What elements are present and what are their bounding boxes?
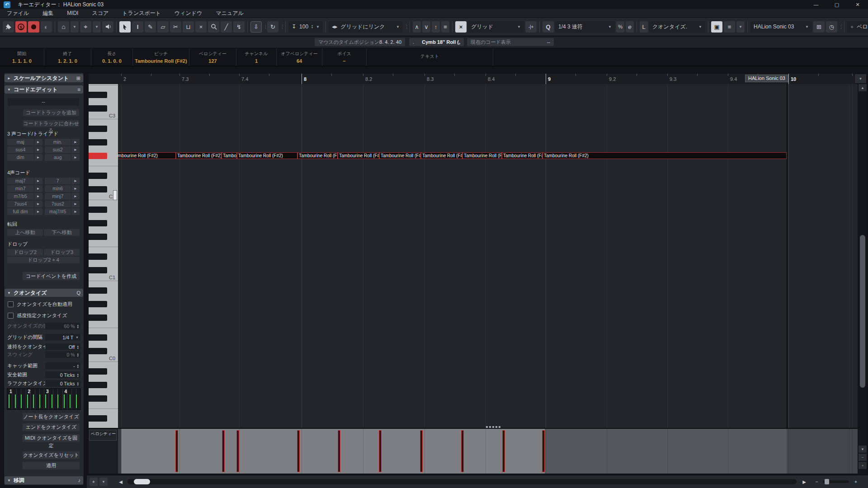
hzoom-slider-thumb[interactable] xyxy=(825,479,829,484)
step-input-icon[interactable]: ⊞ xyxy=(813,21,825,33)
pin-icon[interactable] xyxy=(3,21,14,33)
quantize-row-value[interactable]: 1/4 T▼ xyxy=(45,334,80,341)
close-button[interactable]: ✕ xyxy=(847,0,868,9)
piano-key-D#3[interactable] xyxy=(89,92,107,98)
chord-arrow-icon[interactable]: ► xyxy=(71,139,80,145)
lane-select-dropdown[interactable]: ▼ xyxy=(99,478,108,486)
piano-key-G#-1[interactable] xyxy=(89,382,107,388)
feedback-icon[interactable]: ◐ xyxy=(41,21,52,33)
piano-keyboard[interactable]: C3C2C1C0 xyxy=(89,84,119,428)
velocity-lane[interactable] xyxy=(118,429,858,474)
chord-button-dim[interactable]: dim► xyxy=(7,154,42,161)
grid-link-overflow[interactable]: ⋮ xyxy=(404,24,407,30)
auto-quantize-checkbox[interactable] xyxy=(8,301,14,307)
info-field[interactable]: 長さ0. 1. 0. 0 xyxy=(91,48,133,66)
quantize-preset-dropdown[interactable]: 1/4 3 連符 ▼ xyxy=(555,21,615,33)
midi-note[interactable]: Tambourine Roll (F#2) xyxy=(176,152,222,159)
midi-note[interactable]: Tambourine Roll (F#2) xyxy=(462,152,502,159)
quantize-row-value[interactable]: 0 %▴ ▾ xyxy=(45,351,80,358)
quantize-row-value[interactable]: 0 Ticks▴ ▾ xyxy=(45,371,80,378)
insert-velocity[interactable]: ↧ 100 ▴▾ ▼ xyxy=(288,21,323,33)
chord-button-full dim[interactable]: full dim► xyxy=(7,208,42,215)
piano-key-C#0[interactable] xyxy=(89,348,107,354)
piano-key-G#0[interactable] xyxy=(89,301,107,307)
minimize-button[interactable]: — xyxy=(806,0,826,9)
menu-ファイル[interactable]: ファイル xyxy=(0,9,36,17)
info-field[interactable]: 終了1. 2. 1. 0 xyxy=(44,48,91,66)
scroll-right-button[interactable]: ▶ xyxy=(800,478,808,486)
menu-トランスポート[interactable]: トランスポート xyxy=(115,9,168,17)
midi-note[interactable]: Tambourine Roll (F#2) xyxy=(502,152,542,159)
note-display[interactable]: Tambourine Roll (F#2)Tambourine Roll (F#… xyxy=(118,84,858,428)
move-down-button[interactable]: 下へ移動 xyxy=(44,229,80,236)
part-end-marker[interactable]: HALion Sonic 03 xyxy=(745,75,788,82)
chord-arrow-icon[interactable]: ► xyxy=(34,146,42,153)
chord-arrow-icon[interactable]: ► xyxy=(71,208,80,215)
velocity-bar[interactable] xyxy=(297,430,300,472)
vzoom-out-button[interactable]: − xyxy=(859,454,867,461)
quantize-row-value[interactable]: -▴ ▾ xyxy=(45,362,80,369)
chord-button-sus4[interactable]: sus4► xyxy=(7,146,42,153)
midi-note[interactable]: Tambourine Roll (F#2) xyxy=(379,152,421,159)
chord-arrow-icon[interactable]: ► xyxy=(71,178,80,184)
stepper-icon[interactable]: ▴ ▾ xyxy=(77,324,79,328)
chord-arrow-icon[interactable]: ► xyxy=(34,178,42,184)
snap-relative-icon[interactable]: -|+ xyxy=(525,21,537,33)
info-field[interactable]: チャンネル1 xyxy=(236,48,277,66)
chord-arrow-icon[interactable]: ► xyxy=(34,201,42,207)
midi-note[interactable]: Tambourine Roll (F#2) xyxy=(542,152,787,159)
soft-quantize-checkbox[interactable] xyxy=(8,313,14,319)
part-options-dropdown[interactable]: ▼ xyxy=(736,21,745,33)
chord-button-min.[interactable]: min.► xyxy=(45,139,80,145)
section-transpose[interactable]: ▼ 移調 ♪ xyxy=(5,476,83,484)
erase-tool[interactable]: ▱ xyxy=(157,21,169,33)
pointer-display-icon[interactable]: ⌂ xyxy=(58,21,69,33)
record-button[interactable] xyxy=(28,21,39,33)
hzoom-in-button[interactable]: + xyxy=(852,478,860,486)
midi-note[interactable]: Tambourine Roll (F#2) xyxy=(421,152,462,159)
pointer-display-dropdown[interactable]: ▼ xyxy=(71,21,79,33)
chord-arrow-icon[interactable]: ► xyxy=(34,139,42,145)
chord-button-sus2[interactable]: sus2► xyxy=(45,146,80,153)
event-colors-dropdown[interactable]: ● ベロシティー xyxy=(847,21,868,33)
iterative-quantize-icon[interactable]: % xyxy=(616,21,624,33)
piano-key-A#-1[interactable] xyxy=(89,368,107,375)
chord-button-minj7[interactable]: minj7► xyxy=(45,193,80,200)
nudge-up-icon[interactable]: ↑ xyxy=(432,21,440,33)
select-tool[interactable] xyxy=(119,21,131,33)
velocity-bar[interactable] xyxy=(236,430,239,472)
section-quantize[interactable]: ▼ クオンタイズ Q xyxy=(5,289,83,297)
nudge-settings-icon[interactable]: ≡ xyxy=(441,21,449,33)
move-up-button[interactable]: 上へ移動 xyxy=(7,229,43,236)
velocity-bar[interactable] xyxy=(461,430,464,472)
info-field[interactable]: テキスト xyxy=(367,48,493,66)
piano-key-A#0[interactable] xyxy=(89,287,107,294)
chord-button-maj[interactable]: maj► xyxy=(7,139,42,145)
info-field[interactable]: オフベロシティー64 xyxy=(277,48,322,66)
show-part-borders-icon[interactable]: ▣ xyxy=(711,21,722,33)
glue-tool[interactable]: ⊔ xyxy=(183,21,194,33)
piano-key-D#-1[interactable] xyxy=(89,415,107,422)
chord-button-min6[interactable]: min6► xyxy=(45,185,80,192)
info-field[interactable]: 開始1. 1. 1. 0 xyxy=(0,48,44,66)
piano-key-D#0[interactable] xyxy=(89,334,107,341)
timeline-ruler[interactable]: 27.37.488.28.38.499.29.39.41010.HALion S… xyxy=(89,74,859,84)
chord-button-7sus2[interactable]: 7sus2► xyxy=(45,201,80,207)
velocity-lane-label[interactable]: ベロシティー xyxy=(89,430,117,441)
quantize-row-value[interactable]: 0 Ticks▴ ▾ xyxy=(45,380,80,387)
add-chord-track-button[interactable]: コードトラックを追加 xyxy=(23,109,79,116)
piano-key-D#1[interactable] xyxy=(89,253,107,260)
menu-スコア[interactable]: スコア xyxy=(85,9,115,17)
chord-button-7sus4[interactable]: 7sus4► xyxy=(7,201,42,207)
chord-arrow-icon[interactable]: ► xyxy=(34,185,42,192)
chord-arrow-icon[interactable]: ► xyxy=(34,154,42,161)
stepper-icon[interactable]: ▴ ▾ xyxy=(77,352,79,357)
loop-overflow[interactable]: ⋮ xyxy=(280,24,283,30)
scroll-down-button[interactable]: ▼ xyxy=(859,446,867,453)
snap-type-dropdown[interactable]: グリッド ▼ xyxy=(468,21,524,33)
lane-divider-handle[interactable] xyxy=(486,426,500,428)
drop2-button[interactable]: ドロップ2 xyxy=(7,249,43,256)
create-chord-event-button[interactable]: コードイベントを作成 xyxy=(23,272,80,280)
piano-key-F#0[interactable] xyxy=(89,314,107,321)
drop24-button[interactable]: ドロップ2 + 4 xyxy=(7,257,80,263)
